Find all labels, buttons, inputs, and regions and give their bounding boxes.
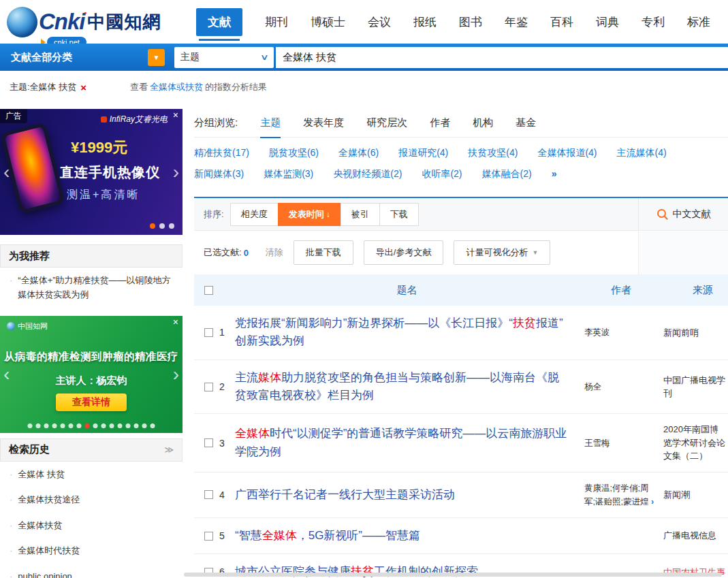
top-nav-item[interactable]: 词典 — [596, 14, 619, 30]
cnki-logo[interactable]: Cnki 中國知網 cnki.net — [0, 7, 192, 37]
remove-filter-icon[interactable]: × — [80, 82, 86, 93]
filter-link[interactable]: 媒体监测(3) — [264, 168, 313, 180]
carousel-dot[interactable] — [44, 423, 49, 428]
group-tab[interactable]: 基金 — [516, 109, 536, 138]
top-nav-item[interactable]: 百科 — [550, 14, 573, 30]
source-cell[interactable]: 新闻潮 — [663, 488, 728, 502]
view-details-button[interactable]: 查看详情 — [56, 394, 127, 411]
author-more-icon[interactable]: › — [648, 497, 654, 507]
top-nav-item[interactable]: 期刊 — [265, 14, 288, 30]
recommend-item[interactable]: ·“全媒体+”助力精准扶贫——以铜陵地方媒体扶贫实践为例 — [0, 268, 183, 308]
history-item[interactable]: ·全媒体时代扶贫 — [0, 538, 183, 563]
carousel-dot[interactable] — [159, 223, 165, 229]
category-selector[interactable]: 文献全部分类 ▼ — [0, 49, 174, 66]
filter-link[interactable]: 扶贫攻坚(4) — [468, 147, 518, 159]
carousel-dot[interactable] — [110, 423, 114, 428]
author-cell[interactable]: 李英波 — [579, 325, 663, 339]
row-checkbox[interactable] — [204, 328, 213, 337]
row-checkbox[interactable] — [204, 438, 213, 447]
top-nav-item[interactable]: 博硕士 — [311, 14, 345, 30]
group-tab[interactable]: 主题 — [260, 109, 281, 138]
author-cell[interactable]: 王雪梅 — [579, 436, 663, 450]
carousel-prev-icon[interactable]: ‹ — [3, 365, 10, 384]
ad-banner-thermal-camera[interactable]: 广告 InfiRay艾睿光电 × ¥1999元 直连手机热像仪 测温+高清晰 ‹… — [0, 109, 183, 235]
toolbar-button[interactable]: 导出/参考文献 — [364, 240, 444, 265]
sort-button[interactable]: 下载 — [379, 203, 419, 226]
filter-link[interactable]: 报道研究(4) — [398, 147, 448, 159]
toolbar-button[interactable]: 批量下载 — [294, 240, 353, 265]
filter-link[interactable]: 主流媒体(4) — [617, 147, 667, 159]
author-cell[interactable]: 黄康温;何学俏;周军;谌贻照;蒙进煌 › — [579, 481, 663, 509]
select-all-checkbox[interactable] — [204, 286, 213, 295]
carousel-next-icon[interactable]: › — [173, 365, 179, 384]
more-filters-link[interactable]: » — [552, 168, 558, 180]
close-icon[interactable]: × — [173, 317, 178, 327]
group-tab[interactable]: 作者 — [430, 109, 450, 138]
history-item[interactable]: ·全媒体 扶贫 — [0, 462, 183, 487]
sort-button[interactable]: 发表时间↓ — [278, 203, 341, 226]
group-tab[interactable]: 发表年度 — [303, 109, 344, 138]
carousel-next-icon[interactable]: › — [173, 163, 179, 182]
result-title-link[interactable]: 全媒体时代“以测促学”的普通话教学策略研究——以云南旅游职业学院为例 — [235, 425, 579, 461]
result-title-link[interactable]: 党报拓展“新闻影响力”新边界探析——以《长江日报》“扶贫报道”创新实践为例 — [235, 315, 579, 351]
filter-link[interactable]: 收听率(2) — [422, 168, 462, 180]
filter-link[interactable]: 央视财经频道(2) — [333, 168, 402, 180]
carousel-dot[interactable] — [150, 223, 155, 229]
language-toggle[interactable]: 中文文献 — [638, 198, 728, 230]
top-nav-item[interactable]: 报纸 — [413, 14, 437, 30]
source-cell[interactable]: 广播电视信息 — [663, 529, 728, 543]
top-nav-item[interactable]: 标准 — [687, 14, 710, 30]
filter-link[interactable]: 脱贫攻坚(6) — [269, 147, 319, 159]
carousel-dot[interactable] — [151, 423, 155, 428]
filter-link[interactable]: 全媒体报道(4) — [537, 147, 597, 159]
carousel-dot[interactable] — [142, 423, 147, 428]
carousel-dot[interactable] — [36, 423, 41, 428]
toolbar-button[interactable]: 计量可视化分析▼ — [454, 240, 550, 265]
top-nav-item[interactable]: 会议 — [368, 14, 391, 30]
top-nav-item[interactable]: 图书 — [459, 14, 482, 30]
group-tab[interactable]: 机构 — [473, 109, 493, 138]
horizontal-scrollbar[interactable] — [184, 573, 722, 577]
filter-link[interactable]: 全媒体(6) — [338, 147, 379, 159]
filter-link[interactable]: 媒体融合(2) — [482, 168, 532, 180]
carousel-dot[interactable] — [77, 423, 82, 428]
row-checkbox[interactable] — [204, 490, 213, 499]
author-cell[interactable]: 杨全 — [579, 380, 663, 394]
source-cell[interactable]: 新闻前哨 — [663, 326, 728, 340]
history-item[interactable]: ·全媒体扶贫 — [0, 513, 183, 538]
close-icon[interactable]: × — [173, 110, 178, 120]
top-nav-item[interactable]: 文献 — [196, 8, 242, 36]
index-analysis-link[interactable]: 全媒体或扶贫 — [150, 82, 203, 92]
carousel-dot[interactable] — [101, 423, 106, 428]
filter-link[interactable]: 精准扶贫(17) — [194, 147, 249, 159]
carousel-dot[interactable] — [169, 223, 174, 229]
carousel-dot[interactable] — [126, 423, 131, 428]
row-checkbox[interactable] — [204, 383, 213, 391]
category-caret-icon[interactable]: ▼ — [148, 49, 165, 66]
top-nav-item[interactable]: 年鉴 — [505, 14, 528, 30]
source-cell[interactable]: 中国广播电视学刊 — [663, 374, 728, 400]
source-cell[interactable]: 2020年南国博览学术研讨会论文集（二） — [663, 423, 728, 463]
sort-button[interactable]: 被引 — [341, 203, 380, 226]
filter-link[interactable]: 新闻媒体(3) — [194, 168, 244, 180]
carousel-dot[interactable] — [61, 423, 65, 428]
carousel-dot[interactable] — [93, 423, 98, 428]
top-nav-item[interactable]: 专利 — [642, 14, 665, 30]
search-field-select[interactable]: 主题 ∨ — [174, 47, 274, 68]
history-item[interactable]: ·public opinion — [0, 564, 183, 578]
row-checkbox[interactable] — [204, 532, 213, 541]
carousel-dot[interactable] — [85, 423, 90, 428]
search-input[interactable] — [276, 47, 728, 68]
carousel-dot[interactable] — [69, 423, 74, 428]
carousel-prev-icon[interactable]: ‹ — [3, 163, 10, 182]
clear-selection-link[interactable]: 清除 — [266, 246, 283, 259]
carousel-dot[interactable] — [134, 423, 139, 428]
result-title-link[interactable]: 广西举行千名记者一线行大型主题采访活动 — [235, 486, 579, 504]
carousel-dot[interactable] — [52, 423, 57, 428]
sort-button[interactable]: 相关度 — [230, 203, 279, 226]
ad-banner-lecture[interactable]: 中国知网 × 从病毒的精准检测到肿瘤的精准医疗 主讲人：杨宏钧 查看详情 ‹ › — [0, 316, 183, 433]
result-title-link[interactable]: 主流媒体助力脱贫攻坚的角色担当与策略创新——以海南台《脱贫致富电视夜校》栏目为例 — [235, 369, 579, 405]
carousel-dot[interactable] — [28, 423, 33, 428]
collapse-icon[interactable]: ≫ — [164, 445, 174, 455]
group-tab[interactable]: 研究层次 — [366, 109, 407, 138]
